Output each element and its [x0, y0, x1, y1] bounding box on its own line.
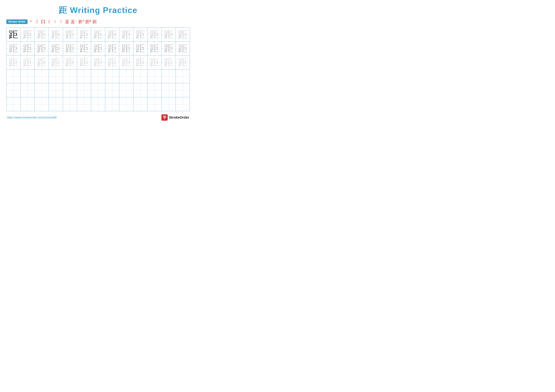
grid-cell-2-5[interactable]: 距	[63, 42, 77, 56]
grid-cell-3-12[interactable]: 距	[161, 56, 175, 69]
grid-row-5	[7, 83, 190, 97]
grid-cell-4-4[interactable]	[49, 69, 63, 83]
grid-cell-4-10[interactable]	[133, 69, 147, 83]
grid-cell-2-12[interactable]: 距	[161, 42, 175, 56]
grid-cell-3-8[interactable]: 距	[105, 56, 119, 69]
char-guide: 距	[94, 29, 103, 40]
grid-cell-3-6[interactable]: 距	[77, 56, 91, 69]
grid-cell-3-4[interactable]: 距	[49, 56, 63, 69]
grid-cell-4-8[interactable]	[105, 69, 119, 83]
grid-cell-2-8[interactable]: 距	[105, 42, 119, 56]
grid-cell-2-10[interactable]: 距	[133, 42, 147, 56]
grid-cell-1-7[interactable]: 距	[91, 28, 105, 42]
char-guide: 距	[108, 43, 117, 54]
grid-cell-4-2[interactable]	[21, 69, 35, 83]
grid-cell-4-6[interactable]	[77, 69, 91, 83]
grid-cell-3-5[interactable]: 距	[63, 56, 77, 69]
stroke-step-5: 𠄎	[53, 20, 58, 24]
grid-cell-4-1[interactable]	[7, 69, 21, 83]
grid-cell-2-3[interactable]: 距	[35, 42, 49, 56]
grid-cell-1-5[interactable]: 距	[63, 28, 77, 42]
grid-cell-5-2[interactable]	[21, 83, 35, 97]
grid-cell-3-3[interactable]: 距	[35, 56, 49, 69]
footer: https://www.strokeorder.com/chinese/距 字 …	[6, 114, 190, 121]
grid-cell-4-13[interactable]	[175, 69, 190, 83]
grid-cell-3-9[interactable]: 距	[119, 56, 133, 69]
grid-cell-1-3[interactable]: 距	[35, 28, 49, 42]
grid-cell-2-9[interactable]: 距	[119, 42, 133, 56]
grid-cell-3-13[interactable]: 距	[175, 56, 190, 69]
grid-cell-6-1[interactable]	[7, 97, 21, 111]
grid-cell-5-11[interactable]	[147, 83, 161, 97]
char-guide: 距	[65, 43, 74, 54]
grid-cell-5-3[interactable]	[35, 83, 49, 97]
grid-cell-1-2[interactable]: 距	[21, 28, 35, 42]
grid-row-2: 距 距 距 距 距 距 距 距 距 距 距 距 距	[7, 42, 190, 56]
char-guide: 距	[80, 43, 89, 54]
char-guide: 距	[108, 57, 117, 68]
grid-cell-2-2[interactable]: 距	[21, 42, 35, 56]
grid-cell-1-10[interactable]: 距	[133, 28, 147, 42]
char-guide: 距	[136, 43, 145, 54]
char-guide: 距	[37, 29, 46, 40]
grid-cell-3-2[interactable]: 距	[21, 56, 35, 69]
grid-cell-4-12[interactable]	[161, 69, 175, 83]
grid-cell-3-11[interactable]: 距	[147, 56, 161, 69]
grid-cell-6-13[interactable]	[175, 97, 190, 111]
grid-cell-1-8[interactable]: 距	[105, 28, 119, 42]
grid-cell-6-3[interactable]	[35, 97, 49, 111]
grid-cell-1-1[interactable]: 距	[7, 28, 21, 42]
grid-cell-2-1[interactable]: 距	[7, 42, 21, 56]
grid-cell-6-6[interactable]	[77, 97, 91, 111]
char-guide: 距	[51, 29, 60, 40]
grid-cell-6-2[interactable]	[21, 97, 35, 111]
grid-cell-5-10[interactable]	[133, 83, 147, 97]
char-guide: 距	[80, 57, 89, 68]
grid-cell-5-7[interactable]	[91, 83, 105, 97]
footer-url[interactable]: https://www.strokeorder.com/chinese/距	[7, 116, 57, 119]
grid-cell-2-11[interactable]: 距	[147, 42, 161, 56]
char-guide: 距	[23, 43, 32, 54]
grid-cell-1-6[interactable]: 距	[77, 28, 91, 42]
grid-cell-4-7[interactable]	[91, 69, 105, 83]
grid-cell-5-12[interactable]	[161, 83, 175, 97]
grid-cell-5-13[interactable]	[175, 83, 190, 97]
grid-cell-6-5[interactable]	[63, 97, 77, 111]
char-guide: 距	[51, 57, 60, 68]
grid-cell-5-9[interactable]	[119, 83, 133, 97]
grid-cell-3-10[interactable]: 距	[133, 56, 147, 69]
grid-cell-2-6[interactable]: 距	[77, 42, 91, 56]
grid-cell-6-7[interactable]	[91, 97, 105, 111]
grid-cell-6-10[interactable]	[133, 97, 147, 111]
grid-cell-1-13[interactable]: 距	[175, 28, 190, 42]
grid-cell-5-4[interactable]	[49, 83, 63, 97]
grid-cell-2-4[interactable]: 距	[49, 42, 63, 56]
grid-cell-2-7[interactable]: 距	[91, 42, 105, 56]
grid-cell-5-6[interactable]	[77, 83, 91, 97]
grid-cell-6-12[interactable]	[161, 97, 175, 111]
grid-cell-6-11[interactable]	[147, 97, 161, 111]
grid-cell-2-13[interactable]: 距	[175, 42, 190, 56]
grid-cell-4-11[interactable]	[147, 69, 161, 83]
grid-cell-6-8[interactable]	[105, 97, 119, 111]
grid-cell-4-3[interactable]	[35, 69, 49, 83]
grid-cell-1-11[interactable]: 距	[147, 28, 161, 42]
grid-cell-5-8[interactable]	[105, 83, 119, 97]
grid-row-6	[7, 97, 190, 111]
grid-cell-1-12[interactable]: 距	[161, 28, 175, 42]
char-guide: 距	[122, 57, 131, 68]
char-guide: 距	[51, 43, 60, 54]
grid-cell-1-9[interactable]: 距	[119, 28, 133, 42]
grid-cell-5-1[interactable]	[7, 83, 21, 97]
grid-cell-4-9[interactable]	[119, 69, 133, 83]
grid-cell-3-1[interactable]: 距	[7, 56, 21, 69]
grid-cell-4-5[interactable]	[63, 69, 77, 83]
grid-cell-1-4[interactable]: 距	[49, 28, 63, 42]
grid-cell-5-5[interactable]	[63, 83, 77, 97]
stroke-step-10: 距⁸	[85, 19, 91, 24]
char-guide: 距	[164, 57, 173, 68]
grid-cell-6-4[interactable]	[49, 97, 63, 111]
grid-row-4	[7, 69, 190, 83]
grid-cell-3-7[interactable]: 距	[91, 56, 105, 69]
grid-cell-6-9[interactable]	[119, 97, 133, 111]
